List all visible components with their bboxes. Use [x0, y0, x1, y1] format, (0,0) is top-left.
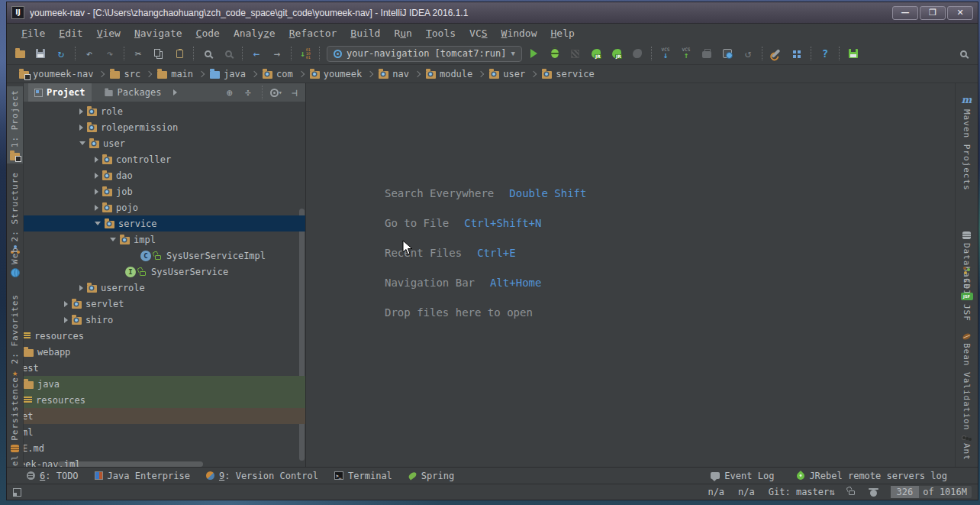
tree-row-controller[interactable]: controller — [24, 151, 305, 167]
expanded-arrow-icon[interactable] — [95, 222, 101, 225]
tree-row-eek-nav.iml[interactable]: eek-nav.iml — [24, 456, 305, 467]
breadcrumb-main[interactable]: main — [154, 69, 196, 79]
run-with-jrebel-icon[interactable]: JR — [589, 47, 603, 60]
tree-row-shiro[interactable]: shiro — [24, 312, 305, 328]
copy-icon[interactable] — [152, 47, 166, 60]
search-everywhere-icon[interactable] — [956, 47, 970, 60]
collapsed-arrow-icon[interactable] — [79, 108, 83, 115]
tree-row-user[interactable]: user — [24, 135, 305, 151]
tree-row-servlet[interactable]: servlet — [24, 296, 305, 312]
rollback-icon[interactable]: ↺ — [741, 47, 755, 60]
collapsed-arrow-icon[interactable] — [95, 189, 98, 195]
close-button[interactable]: ✕ — [947, 6, 973, 20]
tool-button-2-favorites[interactable]: 2: Favorites★ — [7, 291, 23, 381]
tree-row-service[interactable]: service — [24, 215, 305, 231]
debug-icon[interactable] — [548, 47, 562, 60]
breadcrumb-src[interactable]: src — [107, 69, 143, 79]
breadcrumb-service[interactable]: service — [539, 69, 598, 79]
jrebel-alt-icon[interactable] — [630, 47, 644, 60]
find-usages-icon[interactable] — [221, 47, 235, 60]
collapsed-arrow-icon[interactable] — [95, 157, 98, 163]
breadcrumb-youmeek-nav[interactable]: youmeek-nav — [16, 69, 96, 79]
menu-build[interactable]: Build — [343, 25, 387, 41]
collapsed-arrow-icon[interactable] — [79, 125, 83, 131]
tab-packages[interactable]: Packages — [98, 83, 168, 102]
tool-button-web[interactable]: Web — [7, 244, 23, 280]
save-icon[interactable] — [34, 47, 47, 60]
tree-row-impl[interactable]: impl — [24, 231, 305, 248]
tree-row-resources[interactable]: resources — [24, 328, 305, 344]
undo-icon[interactable]: ↶ — [82, 47, 96, 60]
settings-gear-icon[interactable]: ▾ — [270, 86, 282, 99]
tree-row-java[interactable]: java — [24, 376, 305, 392]
run-configuration-select[interactable]: your-navigation [tomcat7:run]▼ — [327, 46, 522, 62]
tool-button-maven-projects[interactable]: mMaven Projects — [956, 91, 978, 194]
menu-view[interactable]: View — [90, 25, 127, 41]
sort-lines-icon[interactable]: ↓01 10 01 — [298, 47, 312, 60]
breadcrumb-user[interactable]: user — [486, 69, 528, 79]
collapsed-arrow-icon[interactable] — [64, 301, 68, 307]
toolwindow-toggle-icon[interactable] — [13, 488, 21, 497]
menu-tools[interactable]: Tools — [419, 25, 463, 41]
menu-analyze[interactable]: Analyze — [227, 25, 282, 41]
tree-row-resources[interactable]: resources — [24, 392, 305, 408]
breadcrumb-youmeek[interactable]: youmeek — [307, 69, 366, 79]
menu-vcs[interactable]: VCS — [463, 25, 494, 41]
jrebel-save-icon[interactable] — [846, 47, 860, 60]
editor-empty-area[interactable]: Search EverywhereDouble ShiftGo to FileC… — [306, 83, 955, 467]
shelve-icon[interactable] — [700, 47, 714, 60]
menu-edit[interactable]: Edit — [52, 25, 89, 41]
git-branch-widget[interactable]: Git: master⇅ — [769, 487, 835, 497]
tool-button-persistence[interactable]: Persistence — [7, 374, 23, 455]
cut-icon[interactable]: ✂ — [131, 47, 145, 60]
breadcrumb-nav[interactable]: nav — [376, 69, 412, 79]
tab-project[interactable]: Project — [28, 83, 92, 102]
tree-row-pojo[interactable]: pojo — [24, 199, 305, 215]
tool-button-6-todo[interactable]: 6: TODO — [27, 471, 79, 481]
expanded-arrow-icon[interactable] — [110, 238, 116, 241]
hector-inspector-icon[interactable] — [870, 490, 877, 497]
tool-button-bean-validation[interactable]: Bean Validation — [956, 331, 978, 433]
event-log-button[interactable]: Event Log — [711, 471, 774, 481]
title-bar[interactable]: IJ youmeek-nav - [C:\Users\zhangchaohuan… — [7, 2, 978, 24]
tree-row-est[interactable]: est — [24, 360, 305, 376]
menu-navigate[interactable]: Navigate — [127, 25, 189, 41]
collapse-all-icon[interactable]: ÷ — [242, 86, 254, 99]
jrebel-log-button[interactable]: JRebel remote servers log — [797, 471, 947, 481]
maximize-button[interactable]: ❐ — [920, 6, 946, 20]
tool-button-jsf[interactable]: JSFJSF — [956, 290, 978, 325]
write-access-lock-icon[interactable] — [849, 490, 855, 495]
hide-panel-icon[interactable]: ⊣ — [289, 86, 301, 99]
run-icon[interactable] — [527, 47, 541, 60]
menu-refactor[interactable]: Refactor — [282, 25, 344, 41]
tree-row-ml[interactable]: ml — [24, 424, 305, 440]
vcs-update-icon[interactable]: VCS↓ — [659, 47, 672, 60]
tool-button-el[interactable]: el — [7, 452, 23, 469]
find-icon[interactable] — [201, 47, 214, 60]
settings-wrench-icon[interactable] — [769, 47, 783, 60]
tree-row-E.md[interactable]: E.md — [24, 440, 305, 456]
menu-code[interactable]: Code — [189, 25, 227, 41]
menu-help[interactable]: Help — [544, 25, 582, 41]
minimize-button[interactable]: — — [892, 6, 918, 20]
menu-window[interactable]: Window — [495, 25, 544, 41]
memory-indicator[interactable]: 326of 1016M — [891, 486, 972, 498]
redo-icon[interactable]: ↷ — [103, 47, 117, 60]
collapsed-arrow-icon[interactable] — [64, 317, 68, 323]
sync-icon[interactable]: ↻ — [54, 47, 68, 60]
tree-row-webapp[interactable]: webapp — [24, 344, 305, 360]
back-icon[interactable]: ← — [250, 47, 263, 60]
collapsed-arrow-icon[interactable] — [79, 285, 83, 291]
debug-with-jrebel-icon[interactable]: JR — [610, 47, 624, 60]
coverage-icon[interactable] — [569, 47, 582, 60]
help-icon[interactable]: ? — [818, 47, 832, 60]
expanded-arrow-icon[interactable] — [79, 141, 85, 145]
tool-button-ant[interactable]: Ant — [956, 433, 978, 464]
breadcrumb-com[interactable]: com — [260, 69, 296, 79]
locate-icon[interactable]: ⊕ — [224, 86, 236, 99]
breadcrumb-java[interactable]: java — [207, 69, 249, 79]
menu-run[interactable]: Run — [387, 25, 418, 41]
tree-row-SysUserService[interactable]: ISysUserService — [24, 264, 305, 280]
collapsed-arrow-icon[interactable] — [95, 205, 98, 211]
forward-icon[interactable]: → — [270, 47, 284, 60]
